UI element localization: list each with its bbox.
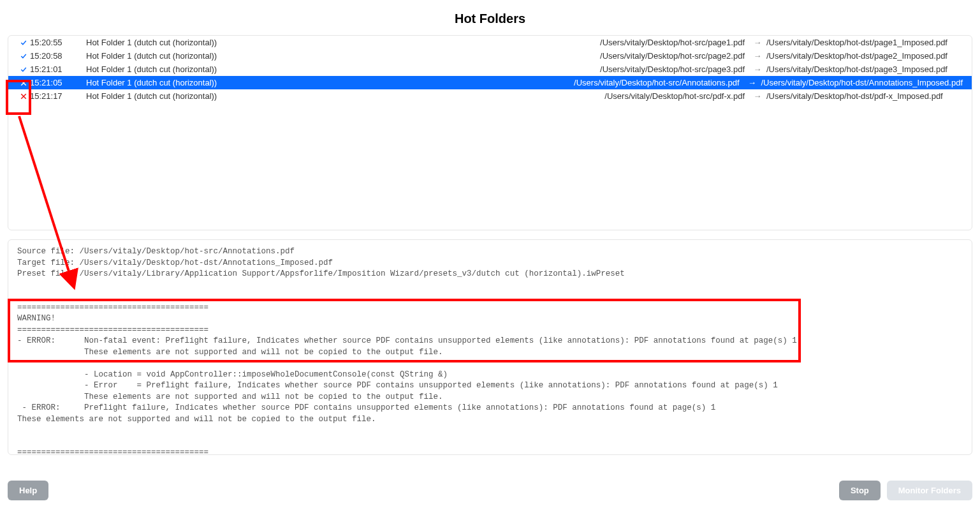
- details-pane: Source file: /Users/vitaly/Desktop/hot-s…: [8, 239, 972, 455]
- table-row[interactable]: 15:21:01Hot Folder 1 (dutch cut (horizon…: [8, 63, 972, 76]
- table-row[interactable]: 15:20:58Hot Folder 1 (dutch cut (horizon…: [8, 49, 972, 63]
- arrow-icon: →: [749, 91, 766, 101]
- check-icon: [17, 66, 30, 73]
- arrow-icon: →: [743, 78, 761, 87]
- row-name: Hot Folder 1 (dutch cut (horizontal)): [86, 38, 600, 47]
- row-time: 15:21:01: [30, 64, 86, 74]
- row-source-path: /Users/vitaly/Desktop/hot-src/page1.pdf: [600, 38, 749, 47]
- row-time: 15:20:58: [30, 51, 86, 61]
- arrow-icon: →: [749, 51, 766, 61]
- row-source-path: /Users/vitaly/Desktop/hot-src/page3.pdf: [600, 64, 749, 74]
- footer-bar: Help Stop Monitor Folders: [8, 481, 972, 500]
- arrow-icon: →: [749, 64, 766, 74]
- row-source-path: /Users/vitaly/Desktop/hot-src/Annotation…: [574, 78, 743, 87]
- table-row[interactable]: 15:21:05Hot Folder 1 (dutch cut (horizon…: [8, 76, 972, 89]
- row-destination-path: /Users/vitaly/Desktop/hot-dst/page3_Impo…: [766, 64, 963, 74]
- row-name: Hot Folder 1 (dutch cut (horizontal)): [86, 64, 600, 74]
- row-source-path: /Users/vitaly/Desktop/hot-src/page2.pdf: [600, 51, 749, 61]
- row-destination-path: /Users/vitaly/Desktop/hot-dst/Annotation…: [761, 78, 963, 87]
- row-destination-path: /Users/vitaly/Desktop/hot-dst/pdf-x_Impo…: [766, 91, 963, 101]
- row-name: Hot Folder 1 (dutch cut (horizontal)): [86, 91, 604, 101]
- row-time: 15:21:05: [30, 78, 86, 87]
- row-name: Hot Folder 1 (dutch cut (horizontal)): [86, 51, 600, 61]
- arrow-icon: →: [749, 38, 766, 47]
- row-destination-path: /Users/vitaly/Desktop/hot-dst/page1_Impo…: [766, 38, 963, 47]
- cross-icon: [17, 93, 30, 100]
- table-row[interactable]: 15:20:55Hot Folder 1 (dutch cut (horizon…: [8, 36, 972, 49]
- row-time: 15:21:17: [30, 91, 86, 101]
- stop-button[interactable]: Stop: [839, 481, 881, 500]
- page-title: Hot Folders: [0, 0, 980, 35]
- row-destination-path: /Users/vitaly/Desktop/hot-dst/page2_Impo…: [766, 51, 963, 61]
- row-source-path: /Users/vitaly/Desktop/hot-src/pdf-x.pdf: [604, 91, 749, 101]
- cross-icon: [17, 79, 30, 87]
- check-icon: [17, 52, 30, 60]
- row-name: Hot Folder 1 (dutch cut (horizontal)): [86, 78, 574, 87]
- row-time: 15:20:55: [30, 38, 86, 47]
- table-row[interactable]: 15:21:17Hot Folder 1 (dutch cut (horizon…: [8, 89, 972, 103]
- help-button[interactable]: Help: [8, 481, 48, 500]
- monitor-folders-button[interactable]: Monitor Folders: [887, 481, 972, 500]
- check-icon: [17, 39, 30, 47]
- log-table: 15:20:55Hot Folder 1 (dutch cut (horizon…: [8, 35, 972, 230]
